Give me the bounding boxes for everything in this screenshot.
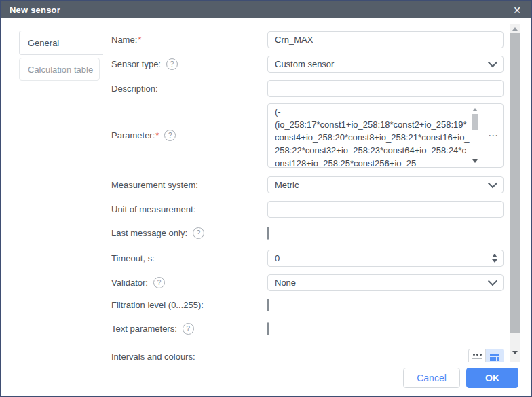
name-label: Name: xyxy=(111,35,137,45)
dialog-title: New sensor xyxy=(10,5,60,15)
filtration-level-row: Filtration level (0...255): xyxy=(111,297,504,314)
timeout-row: Timeout, s: xyxy=(111,250,504,267)
measurement-system-value: Metric xyxy=(275,180,299,190)
sensor-type-value: Custom sensor xyxy=(275,59,334,69)
text-parameters-row: Text parameters: ? xyxy=(111,320,504,337)
spinner-down-icon[interactable] xyxy=(492,259,497,263)
tab-calculation-table-label: Calculation table xyxy=(28,64,93,75)
dots-icon-bar xyxy=(472,358,482,359)
dialog-scrollbar[interactable] xyxy=(510,24,520,363)
parameter-row: Parameter:* ? (- (io_258:17*const1+io_25… xyxy=(111,103,504,168)
sensor-type-row: Sensor type: ? Custom sensor xyxy=(111,56,504,73)
intervals-table-view-button[interactable] xyxy=(486,349,504,363)
measurement-system-label: Measurement system: xyxy=(111,180,198,190)
help-icon[interactable]: ? xyxy=(193,227,204,239)
dialog-body: General Calculation table Name:* Sensor … xyxy=(3,20,529,363)
new-sensor-dialog: New sensor ✕ General Calculation table N… xyxy=(0,0,532,397)
scrollbar-thumb[interactable] xyxy=(472,114,478,130)
description-input[interactable] xyxy=(267,80,504,97)
last-message-only-label: Last message only: xyxy=(111,228,187,238)
tab-general[interactable]: General xyxy=(19,31,103,55)
sensor-type-label: Sensor type: xyxy=(111,59,161,69)
tabs-divider xyxy=(102,24,102,343)
scroll-up-icon[interactable] xyxy=(472,108,478,111)
filtration-level-label: Filtration level (0...255): xyxy=(111,300,204,310)
tab-calculation-table[interactable]: Calculation table xyxy=(19,58,100,81)
timeout-input[interactable] xyxy=(267,250,504,267)
name-input[interactable] xyxy=(267,31,504,48)
measurement-system-select[interactable]: Metric xyxy=(267,176,504,193)
text-parameters-checkbox[interactable] xyxy=(267,322,269,335)
table-icon-columns xyxy=(490,357,499,361)
help-icon[interactable]: ? xyxy=(164,130,176,141)
required-asterisk: * xyxy=(155,130,159,140)
scroll-down-icon[interactable] xyxy=(472,159,478,163)
validator-value: None xyxy=(275,278,296,288)
unit-row: Unit of measurement: xyxy=(111,201,504,218)
chevron-down-icon xyxy=(488,178,497,188)
help-icon[interactable]: ? xyxy=(153,277,165,288)
required-asterisk: * xyxy=(138,35,141,45)
measurement-system-row: Measurement system: Metric xyxy=(111,176,504,193)
parameter-textarea[interactable]: (- (io_258:17*const1+io_258:18*const2+io… xyxy=(267,103,504,168)
dialog-titlebar: New sensor ✕ xyxy=(1,1,531,18)
chevron-down-icon xyxy=(488,58,497,67)
description-row: Description: xyxy=(111,80,504,97)
intervals-row: Intervals and colours: xyxy=(111,348,504,363)
spinner-icon[interactable] xyxy=(492,254,497,263)
section-divider xyxy=(102,343,504,343)
tab-general-label: General xyxy=(28,38,59,48)
validator-label: Validator: xyxy=(111,278,148,288)
validator-select[interactable]: None xyxy=(267,274,504,291)
parameter-label: Parameter: xyxy=(111,130,155,140)
close-icon[interactable]: ✕ xyxy=(512,5,522,15)
ok-button[interactable]: OK xyxy=(466,368,518,388)
dots-icon xyxy=(473,354,482,356)
unit-input[interactable] xyxy=(267,201,504,218)
chevron-down-icon xyxy=(488,276,497,286)
scrollbar-thumb[interactable] xyxy=(510,33,520,333)
parameter-scrollbar[interactable] xyxy=(470,105,480,166)
cancel-button[interactable]: Cancel xyxy=(403,368,460,388)
filtration-level-checkbox[interactable] xyxy=(267,299,269,311)
intervals-view-toggle xyxy=(468,349,504,363)
dialog-footer: Cancel OK xyxy=(3,362,529,394)
scroll-down-icon[interactable] xyxy=(512,351,518,354)
spinner-up-icon[interactable] xyxy=(492,254,497,257)
last-message-only-row: Last message only: ? xyxy=(111,225,504,242)
validator-row: Validator: ? None xyxy=(111,274,504,291)
last-message-only-checkbox[interactable] xyxy=(267,227,269,240)
intervals-list-view-button[interactable] xyxy=(468,349,486,363)
parameter-expand-button[interactable]: ⋯ xyxy=(488,131,499,140)
table-icon xyxy=(490,354,499,356)
help-icon[interactable]: ? xyxy=(166,58,178,70)
help-icon[interactable]: ? xyxy=(183,323,194,335)
sensor-type-select[interactable]: Custom sensor xyxy=(267,56,504,73)
text-parameters-label: Text parameters: xyxy=(111,324,177,334)
timeout-label: Timeout, s: xyxy=(111,253,155,263)
name-row: Name:* xyxy=(111,31,504,48)
intervals-label: Intervals and colours: xyxy=(111,352,195,362)
scroll-up-icon[interactable] xyxy=(512,27,518,31)
description-label: Description: xyxy=(111,83,158,94)
unit-label: Unit of measurement: xyxy=(111,204,195,214)
parameter-value[interactable]: (- (io_258:17*const1+io_258:18*const2+io… xyxy=(275,105,470,168)
